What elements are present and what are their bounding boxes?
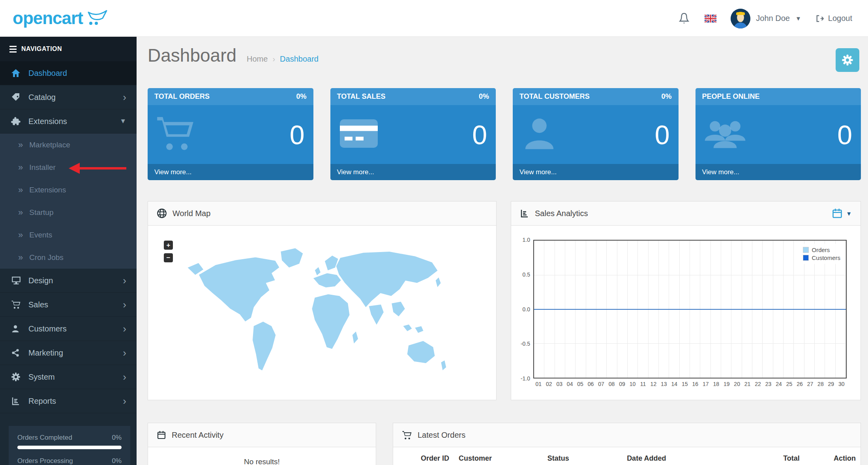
people-icon [703, 114, 747, 155]
navigation-title: NAVIGATION [21, 45, 62, 53]
column-total: Total [734, 447, 804, 465]
sidebar-item-marketplace[interactable]: » Marketplace [0, 134, 137, 156]
sidebar-item-label: Catalog [28, 93, 56, 102]
sidebar-item-label: Marketing [28, 348, 63, 358]
map-zoom-in-button[interactable]: + [164, 241, 173, 250]
kpi-tiles: TOTAL ORDERS 0% 0 View more... TOTAL SAL… [148, 88, 861, 180]
x-tick-label: 03 [554, 381, 564, 387]
logout-button[interactable]: Logout [816, 14, 852, 23]
x-tick-label: 29 [826, 381, 836, 387]
y-tick-label: 1.0 [513, 237, 530, 243]
dashboard-settings-button[interactable] [836, 48, 859, 72]
tile-percent: 0% [479, 92, 489, 101]
panel-title: Latest Orders [418, 431, 465, 440]
logout-label: Logout [828, 14, 852, 23]
x-tick-label: 22 [753, 381, 763, 387]
chart-legend: Orders Customers [801, 244, 843, 264]
view-more-link[interactable]: View more... [513, 164, 679, 180]
breadcrumb: Home › Dashboard [247, 55, 319, 64]
sidebar-item-label: Customers [28, 324, 67, 333]
latest-orders-panel: Latest Orders Order ID Customer Status D… [393, 423, 861, 465]
x-tick-label: 10 [627, 381, 637, 387]
sidebar-item-label: Reports [28, 397, 56, 406]
stat-value: 0% [112, 457, 122, 465]
panel-title: Recent Activity [172, 431, 223, 440]
tile-title: TOTAL SALES [337, 92, 386, 101]
tile-total-sales: TOTAL SALES 0% 0 View more... [330, 88, 496, 180]
double-chevron-icon: » [18, 186, 23, 194]
chart-zero-series-line [534, 309, 846, 310]
sidebar-item-startup[interactable]: » Startup [0, 201, 137, 224]
sidebar-item-marketing[interactable]: Marketing › [0, 341, 137, 365]
x-tick-label: 07 [596, 381, 606, 387]
x-tick-label: 13 [659, 381, 669, 387]
tile-title: TOTAL CUSTOMERS [519, 92, 590, 101]
column-date-added: Date Added [622, 447, 734, 465]
tile-value: 0 [837, 119, 852, 150]
user-menu[interactable]: John Doe ▼ [731, 9, 801, 28]
progress-bar [17, 446, 122, 449]
view-more-link[interactable]: View more... [330, 164, 496, 180]
breadcrumb-current[interactable]: Dashboard [280, 55, 319, 64]
tile-value: 0 [472, 119, 487, 150]
view-more-link[interactable]: View more... [696, 164, 861, 180]
date-range-button[interactable]: ▼ [832, 208, 852, 219]
sidebar-item-dashboard[interactable]: Dashboard [0, 61, 137, 85]
sidebar-item-extensions-sub[interactable]: » Extensions [0, 179, 137, 201]
stat-value: 0% [112, 434, 122, 442]
sidebar-item-installer[interactable]: » Installer [0, 156, 137, 179]
tag-icon [11, 92, 21, 102]
sidebar-item-events[interactable]: » Events [0, 224, 137, 246]
sidebar-item-design[interactable]: Design › [0, 269, 137, 293]
sidebar-item-label: Sales [28, 300, 48, 309]
language-flag-icon[interactable] [705, 15, 716, 23]
sidebar-item-cron-jobs[interactable]: » Cron Jobs [0, 246, 137, 269]
notifications-bell-icon[interactable] [678, 12, 690, 25]
sidebar-item-sales[interactable]: Sales › [0, 293, 137, 317]
x-tick-label: 05 [575, 381, 585, 387]
chevron-down-icon: ▼ [846, 210, 852, 217]
x-tick-label: 04 [564, 381, 575, 387]
x-tick-label: 02 [544, 381, 554, 387]
hamburger-icon [9, 46, 17, 53]
tile-value: 0 [290, 119, 305, 150]
top-header: opencart [0, 0, 868, 37]
breadcrumb-home[interactable]: Home [247, 55, 268, 64]
main-content: Dashboard Home › Dashboard TOTAL ORDERS … [137, 37, 868, 465]
x-tick-label: 28 [816, 381, 826, 387]
opencart-logo[interactable]: opencart [13, 7, 108, 29]
gear-icon [11, 372, 21, 382]
cart-icon [402, 430, 412, 440]
legend-color-customers [803, 255, 809, 261]
person-icon [521, 114, 558, 155]
sidebar-item-system[interactable]: System › [0, 365, 137, 389]
x-tick-label: 26 [795, 381, 805, 387]
cart-icon [156, 114, 195, 155]
x-tick-label: 20 [732, 381, 742, 387]
tile-total-orders: TOTAL ORDERS 0% 0 View more... [148, 88, 313, 180]
latest-orders-table: Order ID Customer Status Date Added Tota… [393, 447, 861, 465]
x-tick-label: 01 [533, 381, 544, 387]
cart-icon [11, 300, 21, 309]
extensions-submenu: » Marketplace » Installer » Extensions »… [0, 134, 137, 269]
sidebar-item-reports[interactable]: Reports › [0, 389, 137, 413]
y-tick-label: 0.0 [513, 306, 530, 313]
table-header-row: Order ID Customer Status Date Added Tota… [393, 447, 861, 465]
view-more-link[interactable]: View more... [148, 164, 313, 180]
sidebar-item-catalog[interactable]: Catalog › [0, 85, 137, 109]
sidebar-item-customers[interactable]: Customers › [0, 317, 137, 341]
double-chevron-icon: » [18, 253, 23, 262]
y-tick-label: -1.0 [513, 375, 530, 382]
sidebar-item-label: Extensions [28, 117, 67, 126]
navigation-header[interactable]: NAVIGATION [0, 37, 137, 61]
chart-icon [520, 209, 529, 218]
sidebar-item-extensions[interactable]: Extensions ▼ [0, 109, 137, 134]
tile-value: 0 [655, 119, 670, 150]
world-map[interactable]: + − [148, 226, 496, 400]
x-tick-label: 21 [742, 381, 752, 387]
column-customer: Customer [454, 447, 543, 465]
double-chevron-icon: » [18, 141, 23, 149]
map-zoom-out-button[interactable]: − [164, 253, 173, 262]
stat-label: Orders Completed [17, 434, 72, 442]
double-chevron-icon: » [18, 208, 23, 217]
